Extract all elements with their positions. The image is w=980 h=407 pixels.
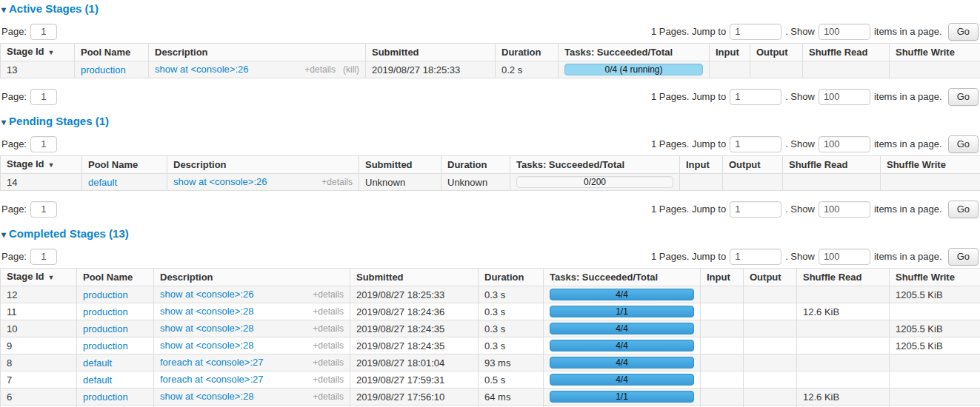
jump-to-input[interactable]	[730, 24, 781, 40]
column-header-input[interactable]: Input	[680, 156, 723, 174]
details-toggle-link[interactable]: +details	[313, 357, 344, 369]
show-count-input[interactable]	[819, 201, 870, 218]
details-toggle-link[interactable]: +details	[313, 374, 344, 386]
description-cell: foreach at <console>:27+details	[154, 354, 350, 371]
pool-name-link[interactable]: production	[83, 340, 128, 352]
stage-description-link[interactable]: show at <console>:28	[160, 306, 253, 317]
page-number-input[interactable]	[30, 136, 57, 152]
go-button[interactable]: Go	[948, 135, 979, 153]
stage-description-link[interactable]: show at <console>:26	[160, 289, 253, 300]
stage-description-link[interactable]: foreach at <console>:27	[160, 374, 264, 385]
details-toggle-link[interactable]: +details	[304, 64, 336, 75]
table-row: 9productionshow at <console>:28+details2…	[1, 337, 980, 354]
show-count-input[interactable]	[819, 249, 870, 265]
pool-name-link[interactable]: default	[83, 374, 112, 386]
details-toggle-link[interactable]: +details	[321, 177, 353, 188]
stage-description-link[interactable]: show at <console>:26	[173, 176, 267, 187]
jump-to-input[interactable]	[730, 249, 781, 265]
show-count-input[interactable]	[819, 89, 870, 105]
page-label: Page:	[1, 204, 27, 215]
stage-description-link[interactable]: show at <console>:26	[155, 64, 248, 75]
column-header-duration[interactable]: Duration	[479, 269, 544, 286]
section-title-pending[interactable]: ▾Pending Stages (1)	[1, 115, 980, 127]
column-header-label: Stage Id	[7, 46, 44, 57]
go-button[interactable]: Go	[948, 88, 979, 106]
stage-id-cell: 7	[1, 371, 77, 388]
section-title-active[interactable]: ▾Active Stages (1)	[1, 2, 980, 15]
pool-name-link[interactable]: production	[83, 323, 128, 334]
description-wrap: show at <console>:26+details	[160, 289, 344, 300]
column-header-shuffle_write[interactable]: Shuffle Write	[881, 156, 980, 174]
tasks-cell: 4/4	[544, 320, 701, 337]
column-header-stage_id[interactable]: Stage Id▼	[1, 44, 75, 61]
pool-name-link[interactable]: default	[83, 357, 112, 369]
details-toggle-link[interactable]: +details	[313, 391, 344, 403]
column-header-submitted[interactable]: Submitted	[350, 269, 479, 286]
page-jump-controls: 1 Pages. Jump to. Showitems in a page.Go	[651, 23, 979, 41]
details-toggle-link[interactable]: +details	[313, 323, 344, 334]
stage-description-link[interactable]: show at <console>:28	[160, 323, 253, 334]
column-header-shuffle_read[interactable]: Shuffle Read	[797, 269, 890, 286]
description-wrap: show at <console>:28+details	[160, 340, 344, 352]
page-number-input[interactable]	[30, 24, 57, 40]
pool-name-link[interactable]: production	[83, 306, 128, 317]
shuffle-write-value: 1205.5 KiB	[896, 340, 943, 352]
kill-link[interactable]: (kill)	[343, 64, 359, 75]
column-header-input[interactable]: Input	[701, 269, 744, 286]
column-header-output[interactable]: Output	[744, 269, 797, 286]
column-header-stage_id[interactable]: Stage Id▼	[1, 269, 77, 286]
column-header-desc[interactable]: Description	[154, 269, 350, 286]
column-header-duration[interactable]: Duration	[496, 44, 559, 61]
show-text: . Show	[785, 138, 815, 149]
show-text: . Show	[785, 26, 815, 37]
pool-name-link[interactable]: production	[83, 289, 128, 300]
page-number-input[interactable]	[30, 249, 57, 265]
pool-name-link[interactable]: production	[83, 391, 128, 403]
jump-to-input[interactable]	[730, 136, 781, 152]
column-header-output[interactable]: Output	[750, 44, 803, 61]
details-toggle-link[interactable]: +details	[313, 289, 344, 300]
pool-name-cell: production	[77, 337, 154, 354]
column-header-submitted[interactable]: Submitted	[359, 156, 441, 174]
go-button[interactable]: Go	[948, 23, 979, 41]
column-header-shuffle_read[interactable]: Shuffle Read	[803, 44, 890, 61]
pool-name-link[interactable]: production	[81, 64, 126, 75]
input-cell	[701, 286, 744, 303]
column-header-pool[interactable]: Pool Name	[77, 269, 154, 286]
column-header-shuffle_write[interactable]: Shuffle Write	[890, 44, 980, 61]
show-count-input[interactable]	[819, 24, 870, 40]
column-header-shuffle_read[interactable]: Shuffle Read	[783, 156, 881, 174]
column-header-desc[interactable]: Description	[167, 156, 359, 174]
column-header-pool[interactable]: Pool Name	[75, 44, 149, 61]
column-header-tasks[interactable]: Tasks: Succeeded/Total	[559, 44, 710, 61]
show-count-input[interactable]	[819, 136, 870, 152]
details-toggle-link[interactable]: +details	[313, 340, 344, 352]
go-button[interactable]: Go	[948, 201, 979, 218]
submitted-cell: 2019/08/27 18:01:04	[350, 354, 479, 371]
column-header-input[interactable]: Input	[710, 44, 750, 61]
column-header-desc[interactable]: Description	[149, 44, 366, 61]
stage-description-link[interactable]: show at <console>:28	[160, 391, 253, 402]
stage-description-link[interactable]: show at <console>:28	[160, 340, 253, 351]
column-header-submitted[interactable]: Submitted	[366, 44, 496, 61]
jump-to-input[interactable]	[730, 201, 781, 218]
column-header-shuffle_write[interactable]: Shuffle Write	[890, 269, 980, 286]
stage-description-link[interactable]: foreach at <console>:27	[160, 357, 264, 368]
details-toggle-link[interactable]: +details	[313, 306, 344, 317]
pool-name-link[interactable]: default	[88, 177, 117, 188]
column-header-tasks[interactable]: Tasks: Succeeded/Total	[510, 156, 680, 174]
column-header-stage_id[interactable]: Stage Id▼	[1, 156, 82, 174]
column-header-duration[interactable]: Duration	[441, 156, 510, 174]
go-button[interactable]: Go	[948, 248, 979, 266]
jump-to-input[interactable]	[730, 89, 781, 105]
tasks-cell: 0/4 (4 running)	[559, 61, 710, 78]
column-header-tasks[interactable]: Tasks: Succeeded/Total	[544, 269, 701, 286]
column-header-output[interactable]: Output	[723, 156, 783, 174]
tasks-cell: 4/4	[544, 371, 701, 388]
duration-value: 0.2 s	[501, 64, 522, 75]
page-number-input[interactable]	[30, 89, 57, 105]
column-header-pool[interactable]: Pool Name	[82, 156, 167, 174]
page-number-input[interactable]	[30, 201, 57, 218]
shuffle-write-cell	[890, 61, 980, 78]
section-title-completed[interactable]: ▾Completed Stages (13)	[1, 227, 980, 240]
